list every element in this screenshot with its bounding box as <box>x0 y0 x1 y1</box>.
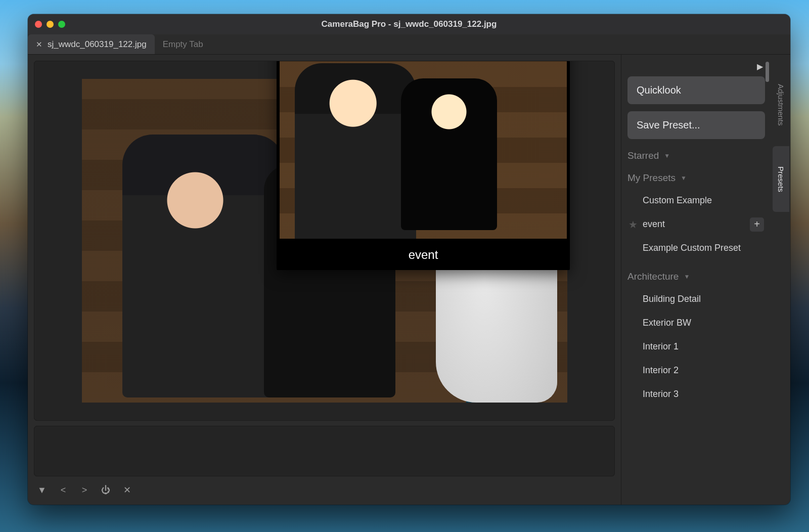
preset-item[interactable]: Example Custom Preset <box>627 236 765 260</box>
preset-item-label: event <box>643 219 665 229</box>
preset-preview-label: event <box>277 242 570 270</box>
section-architecture[interactable]: Architecture ▼ <box>627 271 765 282</box>
filmstrip[interactable] <box>34 426 615 476</box>
minimize-window-button[interactable] <box>47 21 54 28</box>
section-label: Architecture <box>627 271 679 282</box>
quicklook-button[interactable]: Quicklook <box>627 76 765 104</box>
add-preset-icon[interactable]: + <box>750 217 764 232</box>
window-title: CameraBag Pro - sj_wwdc_060319_122.jpg <box>28 19 790 29</box>
expand-down-icon[interactable]: ▼ <box>37 485 47 496</box>
section-starred[interactable]: Starred ▼ <box>627 150 765 161</box>
tab-label: Empty Tab <box>163 39 203 50</box>
section-label: My Presets <box>627 172 676 184</box>
clear-icon[interactable]: ✕ <box>122 484 132 496</box>
tab-label: sj_wwdc_060319_122.jpg <box>48 39 147 50</box>
preset-item[interactable]: Building Detail <box>627 287 765 311</box>
star-icon[interactable]: ★ <box>628 218 638 231</box>
preset-item[interactable]: Interior 1 <box>627 335 765 359</box>
save-preset-button[interactable]: Save Preset... <box>627 111 765 139</box>
presets-panel: ▶ Quicklook Save Preset... Starred ▼ My … <box>621 55 771 505</box>
app-window: CameraBag Pro - sj_wwdc_060319_122.jpg ✕… <box>28 14 790 505</box>
preset-item[interactable]: Interior 2 <box>627 359 765 382</box>
section-my-presets[interactable]: My Presets ▼ <box>627 172 765 184</box>
next-icon[interactable]: > <box>79 485 89 496</box>
titlebar: CameraBag Pro - sj_wwdc_060319_122.jpg <box>28 14 790 34</box>
document-tab[interactable]: ✕ sj_wwdc_060319_122.jpg <box>28 34 155 54</box>
zoom-window-button[interactable] <box>58 21 65 28</box>
scrollbar-thumb[interactable] <box>766 62 769 82</box>
tab-presets[interactable]: Presets <box>773 146 789 212</box>
chevron-down-icon: ▼ <box>681 174 687 182</box>
image-canvas[interactable]: event <box>34 61 615 421</box>
document-tab-empty[interactable]: Empty Tab <box>155 34 211 54</box>
section-label: Starred <box>627 150 659 161</box>
workarea: event ▼ < > ⏻ ✕ ▶ Quicklook Save Preset.… <box>28 55 790 505</box>
architecture-list: Building Detail Exterior BW Interior 1 I… <box>627 287 765 406</box>
chevron-down-icon: ▼ <box>684 273 690 280</box>
right-sidebar: ▶ Quicklook Save Preset... Starred ▼ My … <box>621 55 790 505</box>
chevron-down-icon: ▼ <box>664 152 670 159</box>
preset-item[interactable]: Exterior BW <box>627 311 765 335</box>
close-window-button[interactable] <box>35 21 42 28</box>
tab-adjustments[interactable]: Adjustments <box>773 64 789 146</box>
play-forward-icon[interactable]: ▶ <box>627 62 765 71</box>
right-vertical-tabs: Adjustments Presets <box>771 55 790 505</box>
preset-item[interactable]: Custom Example <box>627 189 765 212</box>
preset-preview-thumbnail <box>280 61 567 239</box>
main-panel: event ▼ < > ⏻ ✕ <box>28 55 621 505</box>
tab-bar: ✕ sj_wwdc_060319_122.jpg Empty Tab <box>28 34 790 55</box>
footer-toolbar: ▼ < > ⏻ ✕ <box>34 481 615 499</box>
preset-item[interactable]: Interior 3 <box>627 382 765 406</box>
close-tab-icon[interactable]: ✕ <box>36 40 42 49</box>
my-presets-list: Custom Example ★ event + Example Custom … <box>627 189 765 260</box>
power-icon[interactable]: ⏻ <box>101 485 111 496</box>
preset-preview-overlay: event <box>277 61 570 270</box>
traffic-lights <box>35 21 65 28</box>
preset-item-selected[interactable]: ★ event + <box>627 212 765 236</box>
prev-icon[interactable]: < <box>58 485 68 496</box>
